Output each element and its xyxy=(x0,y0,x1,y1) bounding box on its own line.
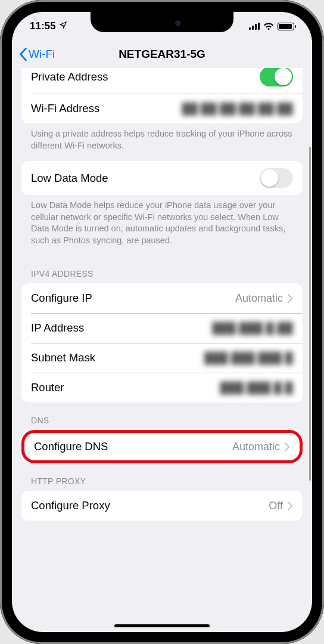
low-data-mode-row[interactable]: Low Data Mode xyxy=(21,161,303,195)
configure-dns-value: Automatic xyxy=(232,441,280,453)
private-address-label: Private Address xyxy=(31,70,108,83)
low-data-mode-toggle[interactable] xyxy=(260,168,293,188)
low-data-mode-label: Low Data Mode xyxy=(31,172,108,185)
configure-ip-value: Automatic xyxy=(235,292,283,305)
ip-address-value: ███.███.█.██ xyxy=(212,322,293,335)
proxy-group: Configure Proxy Off xyxy=(21,491,303,521)
configure-dns-row[interactable]: Configure DNS Automatic xyxy=(21,430,303,463)
router-value: ███.███.█.█ xyxy=(220,382,293,394)
chevron-left-icon xyxy=(19,48,27,61)
router-row: Router ███.███.█.█ xyxy=(21,373,303,402)
back-button[interactable]: Wi-Fi xyxy=(19,41,55,67)
notch xyxy=(91,12,233,32)
dns-group: Configure DNS Automatic xyxy=(21,430,303,463)
subnet-mask-value: ███.███.███.█ xyxy=(204,352,293,364)
location-icon xyxy=(59,20,67,32)
page-title: NETGEAR31-5G xyxy=(119,48,205,61)
cellular-icon xyxy=(249,23,260,30)
screen: 11:55 Wi-Fi NETGEAR31-5G xyxy=(12,12,312,632)
nav-bar: Wi-Fi NETGEAR31-5G xyxy=(12,41,312,68)
ipv4-header: IPV4 ADDRESS xyxy=(12,256,312,283)
phone-frame: 11:55 Wi-Fi NETGEAR31-5G xyxy=(0,0,324,644)
status-time: 11:55 xyxy=(30,20,55,32)
router-label: Router xyxy=(31,381,64,394)
chevron-right-icon xyxy=(288,501,293,510)
dns-header: DNS xyxy=(12,402,312,430)
wifi-address-value: ██:██:██:██:██:██ xyxy=(182,103,293,115)
wifi-address-label: Wi-Fi Address xyxy=(31,102,99,115)
wifi-address-row: Wi-Fi Address ██:██:██:██:██:██ xyxy=(21,94,303,123)
subnet-mask-label: Subnet Mask xyxy=(31,351,95,364)
ipv4-group: Configure IP Automatic IP Address ███.██… xyxy=(21,283,303,402)
private-address-row[interactable]: Private Address xyxy=(21,68,303,94)
configure-proxy-label: Configure Proxy xyxy=(31,499,110,512)
chevron-right-icon xyxy=(285,442,290,451)
http-proxy-header: HTTP PROXY xyxy=(12,463,312,491)
home-indicator[interactable] xyxy=(114,624,210,627)
chevron-right-icon xyxy=(288,294,293,303)
privacy-group: Private Address Wi-Fi Address ██:██:██:█… xyxy=(21,68,303,123)
configure-ip-row[interactable]: Configure IP Automatic xyxy=(21,283,303,313)
private-address-footer: Using a private address helps reduce tra… xyxy=(12,123,312,161)
private-address-toggle[interactable] xyxy=(260,68,293,86)
ip-address-label: IP Address xyxy=(31,321,84,335)
configure-proxy-value: Off xyxy=(269,500,283,512)
subnet-mask-row: Subnet Mask ███.███.███.█ xyxy=(21,343,303,373)
configure-dns-label: Configure DNS xyxy=(34,440,108,453)
back-label: Wi-Fi xyxy=(29,48,55,61)
configure-proxy-row[interactable]: Configure Proxy Off xyxy=(21,491,303,521)
scroll-indicator[interactable] xyxy=(309,147,311,481)
content-scroll[interactable]: Private Address Wi-Fi Address ██:██:██:█… xyxy=(12,68,312,632)
ip-address-row: IP Address ███.███.█.██ xyxy=(21,313,303,343)
low-data-footer: Low Data Mode helps reduce your iPhone d… xyxy=(12,195,312,256)
low-data-group: Low Data Mode xyxy=(21,161,303,195)
wifi-icon xyxy=(263,23,274,30)
battery-icon xyxy=(278,23,294,30)
configure-ip-label: Configure IP xyxy=(31,292,92,305)
